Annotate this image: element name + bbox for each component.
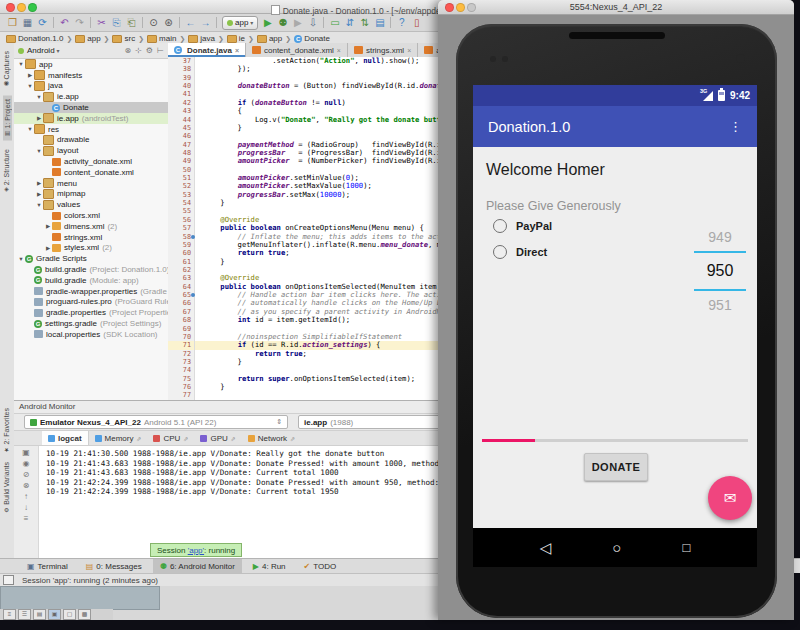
tree-item[interactable]: CDonate — [14, 102, 168, 113]
tree-item[interactable]: ▼ie.app — [14, 91, 168, 102]
monitor-tab-logcat[interactable]: logcat — [42, 431, 89, 445]
logcat-tool-icon[interactable]: ↓ — [24, 503, 28, 512]
radio-direct[interactable]: Direct — [493, 245, 547, 259]
forward-icon[interactable]: → — [198, 15, 213, 31]
tree-item[interactable]: ▶mipmap — [14, 189, 168, 200]
home-button[interactable]: ○ — [612, 528, 621, 567]
tree-item[interactable]: ▼java — [14, 81, 168, 92]
run-icon[interactable]: ▶ — [260, 15, 275, 31]
breadcrumb-item[interactable]: ie❯ — [227, 34, 257, 43]
view-mode-icon[interactable]: ▤ — [33, 609, 46, 620]
tree-item[interactable]: ▶styles.xml(2) — [14, 243, 168, 254]
breadcrumb-item[interactable]: main❯ — [147, 34, 188, 43]
monitor-tab-cpu[interactable]: CPU⇗ — [147, 431, 194, 445]
overflow-menu-icon[interactable]: ⋮ — [729, 119, 742, 134]
tree-item[interactable]: Gbuild.gradle(Module: app) — [14, 275, 168, 286]
toolwindow-0-messages[interactable]: ▤0: Messages — [79, 559, 149, 573]
monitor-tab-network[interactable]: Network⇗ — [242, 431, 301, 445]
project-structure-icon[interactable]: ▤ — [372, 15, 387, 31]
tree-item[interactable]: ▼app — [14, 59, 168, 70]
panel-header-icon[interactable]: ⊗ — [124, 46, 131, 55]
sidebar-item-captures[interactable]: ◉ Captures — [3, 51, 10, 88]
breadcrumb-item[interactable]: Donation.1.0❯ — [6, 34, 75, 43]
save-icon[interactable]: ▦ — [20, 15, 35, 31]
monitor-tab-gpu[interactable]: GPU⇗ — [194, 431, 241, 445]
breadcrumb-item[interactable]: java❯ — [188, 34, 227, 43]
paste-icon[interactable]: ⎗ — [124, 15, 139, 31]
close-window-button[interactable] — [6, 3, 15, 12]
run-config-selector[interactable]: app▾ — [222, 16, 258, 30]
session-app-link[interactable]: 'app' — [188, 546, 204, 555]
redo-icon[interactable]: ↷ — [72, 15, 87, 31]
toggle-margins-icon[interactable] — [3, 575, 14, 585]
open-folder-icon[interactable]: ❐ — [5, 15, 20, 31]
panel-header-icon[interactable]: ⚙ — [146, 46, 153, 55]
close-window-button[interactable] — [445, 3, 454, 12]
tree-item[interactable]: proguard-rules.pro(ProGuard Rule — [14, 297, 168, 308]
search-icon[interactable]: ⊙ — [146, 15, 161, 31]
logcat-tool-icon[interactable]: ↑ — [24, 492, 28, 501]
tab-strings-xml[interactable]: strings.xml× — [348, 43, 418, 57]
tree-item[interactable]: content_donate.xml — [14, 167, 168, 178]
avd-manager-icon[interactable]: ▭ — [327, 15, 342, 31]
tree-item[interactable]: ▶dimens.xml(2) — [14, 221, 168, 232]
logcat-tool-icon[interactable]: ▣ — [22, 448, 30, 457]
tab-content-donate-xml[interactable]: content_donate.xml× — [246, 43, 348, 57]
tree-item[interactable]: ▶menu — [14, 178, 168, 189]
tree-item[interactable]: gradle.properties(Project Propertie — [14, 307, 168, 318]
donate-button[interactable]: DONATE — [584, 453, 648, 481]
picker-value-selected[interactable]: 950 — [694, 262, 746, 280]
toolwindow-4-run[interactable]: ▶4: Run — [246, 559, 293, 573]
sidebar-item-2-favorites[interactable]: ★ 2: Favorites — [3, 408, 10, 454]
back-button[interactable]: ◁ — [540, 528, 552, 567]
radio-paypal[interactable]: PayPal — [493, 219, 552, 233]
sidebar-item-2-structure[interactable]: ◈ 2: Structure — [3, 149, 10, 194]
logcat-tool-icon[interactable]: ≡ — [24, 514, 29, 523]
view-mode-icon[interactable]: ≡ — [3, 609, 16, 620]
device-selector[interactable]: Emulator Nexus_4_API_22Android 5.1 (API … — [24, 415, 288, 429]
radio-circle-icon[interactable] — [493, 245, 507, 259]
minimize-window-button[interactable] — [456, 3, 465, 12]
close-icon[interactable]: × — [235, 47, 239, 54]
run-coverage-icon[interactable]: ▶ — [290, 15, 305, 31]
sidebar-item-1-project[interactable]: ▤ 1: Project — [3, 96, 12, 141]
logcat-tool-icon[interactable]: ⊘ — [23, 470, 30, 479]
copy-icon[interactable]: ⎘ — [109, 15, 124, 31]
sidebar-item-build-variants[interactable]: ⚙ Build Variants — [3, 462, 10, 514]
picker-value-below[interactable]: 951 — [694, 297, 746, 313]
sdk-manager-icon[interactable]: ⇵ — [342, 15, 357, 31]
view-mode-icon[interactable]: ▣ — [48, 609, 61, 620]
device-monitor-icon[interactable]: ▯ — [409, 15, 424, 31]
view-mode-icon[interactable]: ▩ — [78, 609, 91, 620]
email-fab-button[interactable]: ✉ — [708, 476, 752, 520]
tree-item[interactable]: ▶ie.app(androidTest) — [14, 113, 168, 124]
close-icon[interactable]: × — [337, 47, 341, 54]
tree-item[interactable]: ▼values — [14, 199, 168, 210]
process-selector[interactable]: ie.app(1988) — [298, 415, 440, 429]
tree-item[interactable]: local.properties(SDK Location) — [14, 329, 168, 340]
picker-value-above[interactable]: 949 — [694, 229, 746, 245]
sync-project-icon[interactable]: ⇅ — [357, 15, 372, 31]
help-icon[interactable]: ? — [394, 15, 409, 31]
breadcrumb-item[interactable]: app❯ — [75, 34, 112, 43]
tree-item[interactable]: ▼res — [14, 124, 168, 135]
tree-item[interactable]: activity_donate.xml — [14, 156, 168, 167]
gutter-marker-icon[interactable] — [191, 293, 195, 297]
tree-item[interactable]: gradle-wrapper.properties(Gradle — [14, 286, 168, 297]
breadcrumb-item[interactable]: CDonate — [294, 34, 330, 43]
tree-item[interactable]: ▼GGradle Scripts — [14, 253, 168, 264]
tree-item[interactable]: colors.xml — [14, 210, 168, 221]
search-replace-icon[interactable]: ⊛ — [161, 15, 176, 31]
tree-item[interactable]: ▼layout — [14, 145, 168, 156]
zoom-window-button[interactable] — [467, 3, 476, 12]
tree-item[interactable]: ▶manifests — [14, 70, 168, 81]
tree-item[interactable]: strings.xml — [14, 232, 168, 243]
attach-debugger-icon[interactable]: ⇩ — [305, 15, 320, 31]
logcat-tool-icon[interactable]: ◉ — [23, 459, 30, 468]
breadcrumb-item[interactable]: app❯ — [257, 34, 294, 43]
tree-item[interactable]: Gsettings.gradle(Project Settings) — [14, 318, 168, 329]
undo-icon[interactable]: ↶ — [57, 15, 72, 31]
cut-icon[interactable]: ✂ — [94, 15, 109, 31]
view-mode-icon[interactable]: ▢ — [63, 609, 76, 620]
panel-header-icon[interactable]: ⊹ — [135, 46, 142, 55]
